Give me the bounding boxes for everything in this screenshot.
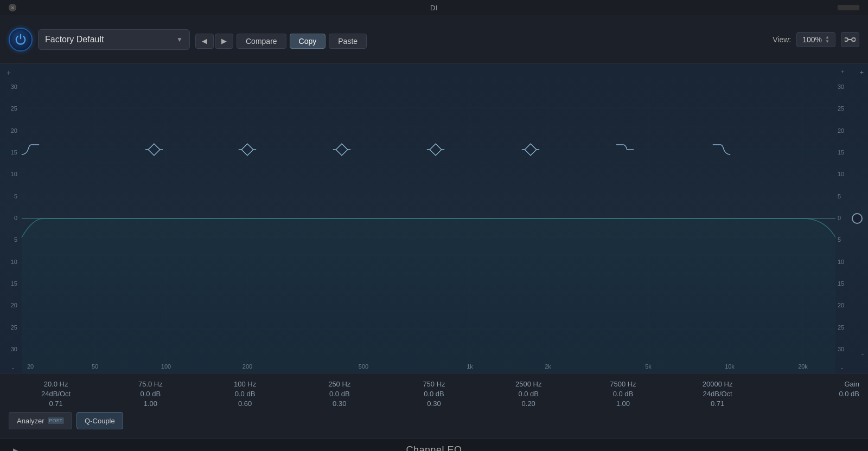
band-3-freq: 100 Hz xyxy=(197,380,292,388)
band-6-gain: 0.0 dB xyxy=(481,390,576,398)
db-5-label-left: 5 xyxy=(0,193,21,199)
freq-label-500: 500 xyxy=(359,363,368,370)
db-n10-label-left: 10 xyxy=(0,259,21,265)
prev-button[interactable]: ◀ xyxy=(195,34,214,49)
plus-label-right: + xyxy=(838,68,844,75)
band-5-gain: 0.0 dB xyxy=(387,390,481,398)
band-2-info: 75.0 Hz 0.0 dB 1.00 xyxy=(103,380,197,408)
preset-dropdown[interactable]: Factory Default ▼ xyxy=(38,29,190,50)
db-n30-label-left: 30 xyxy=(0,346,21,352)
top-controls: Factory Default ▼ ◀ ▶ Compare Copy Paste xyxy=(0,15,868,64)
compare-button[interactable]: Compare xyxy=(237,34,286,49)
minimize-button[interactable] xyxy=(838,5,859,10)
db-25-label-right: 25 xyxy=(834,105,855,112)
db-n10-label-right: 10 xyxy=(834,259,855,265)
band-5-q: 0.30 xyxy=(387,400,481,408)
q-couple-button[interactable]: Q-Couple xyxy=(76,412,123,429)
band-7-gain: 0.0 dB xyxy=(576,390,670,398)
db-n30-label-right: 30 xyxy=(834,346,855,352)
far-right-plus: + xyxy=(859,68,864,76)
minus-label-right: - xyxy=(838,364,843,371)
band-1-freq: 20.0 Hz xyxy=(9,380,103,388)
preset-label: Factory Default xyxy=(45,35,104,44)
band-info-row: 20.0 Hz 24dB/Oct 0.71 75.0 Hz 0.0 dB 1.0… xyxy=(9,380,859,408)
freq-label-10k: 10k xyxy=(725,363,735,370)
db-10-label-right: 10 xyxy=(834,171,855,177)
gain-label: Gain xyxy=(765,380,859,388)
footer: ▶ Channel EQ xyxy=(0,438,868,451)
db-20-label-left: 20 xyxy=(0,127,21,134)
band-2-handle[interactable] xyxy=(143,139,165,160)
paste-button[interactable]: Paste xyxy=(329,34,367,49)
band-5-info: 750 Hz 0.0 dB 0.30 xyxy=(387,380,481,408)
freq-label-50: 50 xyxy=(92,363,98,370)
db-n25-label-left: 25 xyxy=(0,324,21,331)
link-button[interactable] xyxy=(841,32,859,47)
db-0-label-left: 0 xyxy=(0,215,21,221)
db-n5-label-left: 5 xyxy=(0,236,21,243)
db-labels-left: + 30 25 20 15 10 5 0 5 10 15 20 25 30 - xyxy=(0,64,21,373)
eq-curve xyxy=(0,64,868,373)
next-icon: ▶ xyxy=(221,37,227,45)
bottom-controls: 20.0 Hz 24dB/Oct 0.71 75.0 Hz 0.0 dB 1.0… xyxy=(0,373,868,438)
stepper-arrows: ▲ ▼ xyxy=(825,35,829,44)
band-7-q: 1.00 xyxy=(576,400,670,408)
controls-column: ◀ ▶ Compare Copy Paste xyxy=(195,30,367,49)
db-30-label-left: 30 xyxy=(0,83,21,90)
db-n20-label-right: 20 xyxy=(834,302,855,308)
band-7-freq: 7500 Hz xyxy=(576,380,670,388)
gain-circle[interactable] xyxy=(852,213,863,224)
copy-button[interactable]: Copy xyxy=(290,34,326,49)
band-4-q: 0.30 xyxy=(292,400,387,408)
minus-label-left: - xyxy=(12,364,17,371)
plus-label-left: + xyxy=(7,68,14,77)
play-icon: ▶ xyxy=(13,447,18,452)
band-3-handle[interactable] xyxy=(237,139,258,160)
db-30-label-right: 30 xyxy=(834,83,855,90)
action-buttons-row: ◀ ▶ Compare Copy Paste xyxy=(195,34,367,49)
band-6-handle[interactable] xyxy=(520,139,541,160)
next-button[interactable]: ▶ xyxy=(215,34,233,49)
freq-label-200: 200 xyxy=(242,363,252,370)
band-8-freq: 20000 Hz xyxy=(671,380,765,388)
view-percent-control[interactable]: 100% ▲ ▼ xyxy=(796,32,835,47)
band-4-handle[interactable] xyxy=(331,139,353,160)
band-8-info: 20000 Hz 24dB/Oct 0.71 xyxy=(671,380,765,408)
analyzer-label: Analyzer xyxy=(17,417,44,425)
band-3-gain: 0.0 dB xyxy=(197,390,292,398)
band-4-info: 250 Hz 0.0 dB 0.30 xyxy=(292,380,387,408)
title-bar: ✕ DI xyxy=(0,0,868,15)
band-1-info: 20.0 Hz 24dB/Oct 0.71 xyxy=(9,380,103,408)
close-button[interactable]: ✕ xyxy=(9,4,16,11)
db-n25-label-right: 25 xyxy=(834,324,855,331)
db-25-label-left: 25 xyxy=(0,105,21,112)
db-15-label-right: 15 xyxy=(834,149,855,156)
eq-area: + 30 25 20 15 10 5 0 5 10 15 20 25 30 - … xyxy=(0,64,868,373)
db-5-label-right: 5 xyxy=(834,193,855,199)
db-n5-label-right: 5 xyxy=(834,236,855,243)
analyzer-row: Analyzer POST Q-Couple xyxy=(9,412,859,429)
post-badge: POST xyxy=(48,417,65,424)
freq-label-100: 100 xyxy=(161,363,171,370)
band-4-freq: 250 Hz xyxy=(292,380,387,388)
band-8-handle[interactable] xyxy=(711,139,732,160)
band-5-handle[interactable] xyxy=(425,139,446,160)
db-n15-label-right: 15 xyxy=(834,280,855,287)
q-couple-label: Q-Couple xyxy=(85,417,115,425)
db-15-label-left: 15 xyxy=(0,149,21,156)
nav-group: ◀ ▶ xyxy=(195,34,233,49)
band-4-gain: 0.0 dB xyxy=(292,390,387,398)
band-2-freq: 75.0 Hz xyxy=(103,380,197,388)
band-2-gain: 0.0 dB xyxy=(103,390,197,398)
analyzer-button[interactable]: Analyzer POST xyxy=(9,412,72,429)
power-button[interactable] xyxy=(9,28,33,51)
band-1-handle[interactable] xyxy=(20,139,41,160)
view-controls: View: 100% ▲ ▼ xyxy=(773,32,859,47)
band-1-gain: 24dB/Oct xyxy=(9,390,103,398)
play-button[interactable]: ▶ xyxy=(9,444,22,452)
gain-info: Gain 0.0 dB xyxy=(765,380,859,400)
band-7-handle[interactable] xyxy=(614,139,636,160)
freq-label-20k: 20k xyxy=(798,363,808,370)
db-n20-label-left: 20 xyxy=(0,302,21,308)
window-title: DI xyxy=(430,4,438,12)
